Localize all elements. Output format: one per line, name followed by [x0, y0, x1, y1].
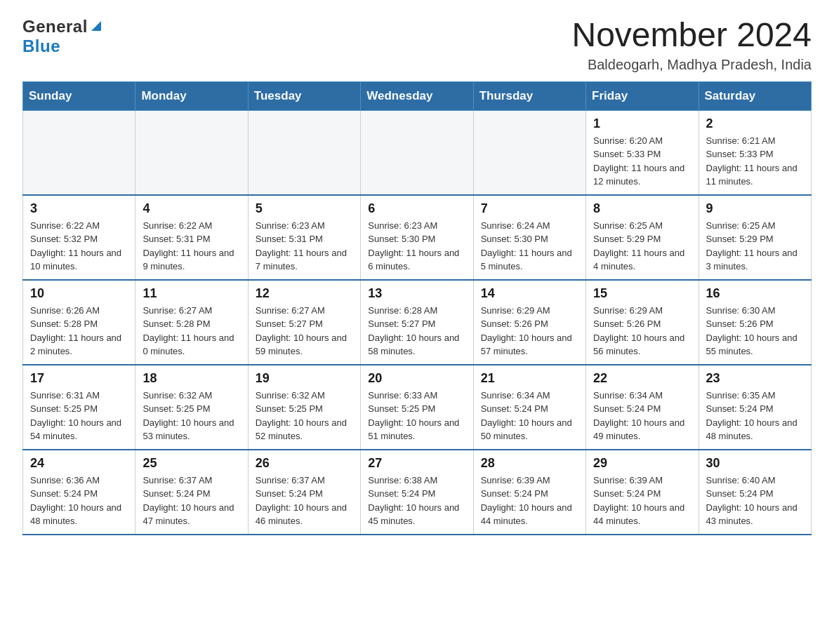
calendar-cell: 14Sunrise: 6:29 AMSunset: 5:26 PMDayligh…	[473, 280, 585, 365]
header-day-thursday: Thursday	[473, 81, 585, 110]
header-day-saturday: Saturday	[699, 81, 811, 110]
calendar-cell: 25Sunrise: 6:37 AMSunset: 5:24 PMDayligh…	[135, 450, 248, 535]
header-day-friday: Friday	[586, 81, 699, 110]
calendar-cell: 15Sunrise: 6:29 AMSunset: 5:26 PMDayligh…	[586, 280, 699, 365]
calendar-table: SundayMondayTuesdayWednesdayThursdayFrid…	[22, 81, 812, 535]
svg-marker-0	[91, 21, 101, 31]
day-number: 25	[143, 456, 240, 471]
calendar-cell: 12Sunrise: 6:27 AMSunset: 5:27 PMDayligh…	[248, 280, 360, 365]
day-info: Sunrise: 6:28 AMSunset: 5:27 PMDaylight:…	[368, 304, 465, 358]
calendar-cell	[135, 110, 248, 195]
calendar-cell: 13Sunrise: 6:28 AMSunset: 5:27 PMDayligh…	[361, 280, 473, 365]
header-day-tuesday: Tuesday	[248, 81, 360, 110]
day-number: 8	[593, 201, 691, 216]
day-number: 26	[256, 456, 353, 471]
day-number: 20	[368, 371, 465, 386]
day-number: 11	[143, 286, 240, 301]
calendar-cell: 7Sunrise: 6:24 AMSunset: 5:30 PMDaylight…	[473, 195, 585, 280]
day-info: Sunrise: 6:23 AMSunset: 5:30 PMDaylight:…	[368, 219, 465, 274]
day-info: Sunrise: 6:35 AMSunset: 5:24 PMDaylight:…	[706, 389, 804, 443]
title-section: November 2024 Baldeogarh, Madhya Pradesh…	[571, 17, 812, 73]
day-number: 27	[368, 456, 465, 471]
day-info: Sunrise: 6:22 AMSunset: 5:32 PMDaylight:…	[30, 219, 128, 274]
header-day-monday: Monday	[135, 81, 248, 110]
calendar-cell: 6Sunrise: 6:23 AMSunset: 5:30 PMDaylight…	[361, 195, 473, 280]
day-number: 4	[143, 201, 240, 216]
calendar-cell	[361, 110, 473, 195]
day-info: Sunrise: 6:29 AMSunset: 5:26 PMDaylight:…	[481, 304, 578, 358]
calendar-cell: 3Sunrise: 6:22 AMSunset: 5:32 PMDaylight…	[23, 195, 135, 280]
day-info: Sunrise: 6:27 AMSunset: 5:27 PMDaylight:…	[256, 304, 353, 358]
day-number: 3	[30, 201, 128, 216]
header-day-wednesday: Wednesday	[361, 81, 473, 110]
logo-blue-text: Blue	[22, 36, 60, 55]
calendar-cell: 4Sunrise: 6:22 AMSunset: 5:31 PMDaylight…	[135, 195, 248, 280]
calendar-week-1: 1Sunrise: 6:20 AMSunset: 5:33 PMDaylight…	[23, 110, 812, 195]
calendar-cell: 17Sunrise: 6:31 AMSunset: 5:25 PMDayligh…	[23, 365, 135, 450]
calendar-cell: 5Sunrise: 6:23 AMSunset: 5:31 PMDaylight…	[248, 195, 360, 280]
day-info: Sunrise: 6:34 AMSunset: 5:24 PMDaylight:…	[481, 389, 578, 443]
calendar-cell: 30Sunrise: 6:40 AMSunset: 5:24 PMDayligh…	[699, 450, 811, 535]
calendar-cell: 23Sunrise: 6:35 AMSunset: 5:24 PMDayligh…	[699, 365, 811, 450]
calendar-cell: 9Sunrise: 6:25 AMSunset: 5:29 PMDaylight…	[699, 195, 811, 280]
day-number: 19	[256, 371, 353, 386]
calendar-week-2: 3Sunrise: 6:22 AMSunset: 5:32 PMDaylight…	[23, 195, 812, 280]
day-info: Sunrise: 6:37 AMSunset: 5:24 PMDaylight:…	[143, 474, 240, 528]
day-info: Sunrise: 6:27 AMSunset: 5:28 PMDaylight:…	[143, 304, 240, 358]
day-info: Sunrise: 6:25 AMSunset: 5:29 PMDaylight:…	[706, 219, 804, 274]
day-number: 28	[481, 456, 578, 471]
calendar-cell: 28Sunrise: 6:39 AMSunset: 5:24 PMDayligh…	[473, 450, 585, 535]
day-info: Sunrise: 6:38 AMSunset: 5:24 PMDaylight:…	[368, 474, 465, 528]
calendar-body: 1Sunrise: 6:20 AMSunset: 5:33 PMDaylight…	[23, 110, 812, 535]
calendar-cell: 20Sunrise: 6:33 AMSunset: 5:25 PMDayligh…	[361, 365, 473, 450]
day-number: 30	[706, 456, 804, 471]
day-number: 18	[143, 371, 240, 386]
day-info: Sunrise: 6:26 AMSunset: 5:28 PMDaylight:…	[30, 304, 128, 358]
day-info: Sunrise: 6:20 AMSunset: 5:33 PMDaylight:…	[593, 134, 691, 189]
header-day-sunday: Sunday	[23, 81, 135, 110]
day-info: Sunrise: 6:31 AMSunset: 5:25 PMDaylight:…	[30, 389, 128, 443]
day-number: 1	[593, 116, 691, 131]
day-info: Sunrise: 6:40 AMSunset: 5:24 PMDaylight:…	[706, 474, 804, 528]
calendar-cell: 11Sunrise: 6:27 AMSunset: 5:28 PMDayligh…	[135, 280, 248, 365]
day-number: 23	[706, 371, 804, 386]
calendar-cell: 8Sunrise: 6:25 AMSunset: 5:29 PMDaylight…	[586, 195, 699, 280]
location-text: Baldeogarh, Madhya Pradesh, India	[571, 57, 812, 73]
day-number: 7	[481, 201, 578, 216]
day-info: Sunrise: 6:29 AMSunset: 5:26 PMDaylight:…	[593, 304, 691, 358]
day-info: Sunrise: 6:25 AMSunset: 5:29 PMDaylight:…	[593, 219, 691, 274]
day-info: Sunrise: 6:37 AMSunset: 5:24 PMDaylight:…	[256, 474, 353, 528]
calendar-cell: 21Sunrise: 6:34 AMSunset: 5:24 PMDayligh…	[473, 365, 585, 450]
day-info: Sunrise: 6:21 AMSunset: 5:33 PMDaylight:…	[706, 134, 804, 189]
day-info: Sunrise: 6:33 AMSunset: 5:25 PMDaylight:…	[368, 389, 465, 443]
calendar-header: SundayMondayTuesdayWednesdayThursdayFrid…	[23, 81, 812, 110]
calendar-cell: 10Sunrise: 6:26 AMSunset: 5:28 PMDayligh…	[23, 280, 135, 365]
day-info: Sunrise: 6:22 AMSunset: 5:31 PMDaylight:…	[143, 219, 240, 274]
calendar-cell: 18Sunrise: 6:32 AMSunset: 5:25 PMDayligh…	[135, 365, 248, 450]
day-number: 12	[256, 286, 353, 301]
day-number: 17	[30, 371, 128, 386]
logo-triangle-icon	[90, 20, 102, 35]
day-number: 6	[368, 201, 465, 216]
day-number: 15	[593, 286, 691, 301]
calendar-cell: 29Sunrise: 6:39 AMSunset: 5:24 PMDayligh…	[586, 450, 699, 535]
calendar-week-5: 24Sunrise: 6:36 AMSunset: 5:24 PMDayligh…	[23, 450, 812, 535]
day-info: Sunrise: 6:39 AMSunset: 5:24 PMDaylight:…	[593, 474, 691, 528]
calendar-cell: 24Sunrise: 6:36 AMSunset: 5:24 PMDayligh…	[23, 450, 135, 535]
day-number: 16	[706, 286, 804, 301]
day-number: 14	[481, 286, 578, 301]
day-number: 10	[30, 286, 128, 301]
day-info: Sunrise: 6:32 AMSunset: 5:25 PMDaylight:…	[256, 389, 353, 443]
calendar-cell: 19Sunrise: 6:32 AMSunset: 5:25 PMDayligh…	[248, 365, 360, 450]
calendar-cell	[473, 110, 585, 195]
day-number: 5	[256, 201, 353, 216]
logo: General Blue	[22, 17, 102, 56]
calendar-week-4: 17Sunrise: 6:31 AMSunset: 5:25 PMDayligh…	[23, 365, 812, 450]
logo-general-text: General	[22, 17, 88, 36]
calendar-cell	[23, 110, 135, 195]
header-row: SundayMondayTuesdayWednesdayThursdayFrid…	[23, 81, 812, 110]
day-info: Sunrise: 6:34 AMSunset: 5:24 PMDaylight:…	[593, 389, 691, 443]
day-number: 22	[593, 371, 691, 386]
day-info: Sunrise: 6:24 AMSunset: 5:30 PMDaylight:…	[481, 219, 578, 274]
calendar-week-3: 10Sunrise: 6:26 AMSunset: 5:28 PMDayligh…	[23, 280, 812, 365]
